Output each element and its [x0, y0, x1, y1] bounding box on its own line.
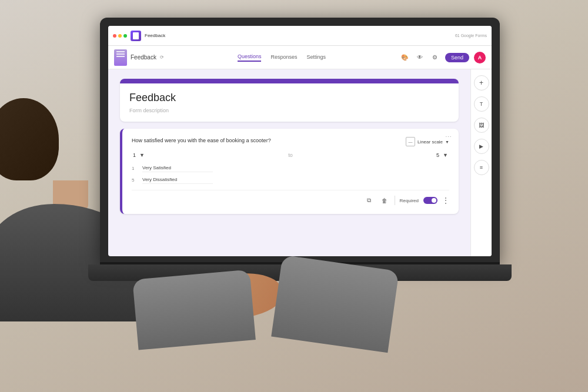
forms-logo-inner	[133, 32, 139, 39]
send-button[interactable]: Send	[445, 53, 469, 62]
scale-to-num: 5	[436, 152, 439, 158]
label-1-num: 1	[132, 166, 138, 171]
forms-main-area: Feedback Form description ⋯ How satisfie…	[108, 69, 470, 256]
forms-nav-tabs: Questions Responses Settings	[238, 53, 326, 62]
autosave-text: ⟳	[160, 55, 164, 60]
required-label: Required	[400, 198, 419, 203]
scale-label-5-row: 5	[132, 176, 449, 184]
scale-from-arrow[interactable]: ▼	[139, 152, 145, 158]
add-image-button[interactable]: 🖼	[474, 118, 489, 133]
question-card: ⋯ How satisfied were you with the ease o…	[120, 129, 459, 214]
minimize-dot[interactable]	[118, 34, 122, 38]
window-controls	[113, 34, 127, 38]
laptop-screen: Feedback 61 Google Forms Feedback ⟳ Ques…	[108, 26, 492, 256]
question-type-label: Linear scale	[417, 139, 443, 145]
label-5-num: 5	[132, 177, 138, 183]
question-type-row: — Linear scale ▼	[406, 137, 449, 146]
type-icon-symbol: —	[408, 140, 412, 144]
scale-range-row: 1 ▼ to 5 ▼	[132, 152, 449, 158]
duplicate-button[interactable]: ⧉	[364, 195, 375, 206]
scale-from-num: 1	[133, 152, 136, 158]
scale-separator: to	[148, 152, 433, 158]
question-type-icon: —	[406, 137, 415, 146]
required-toggle[interactable]	[423, 197, 437, 204]
forms-content: Feedback Form description ⋯ How satisfie…	[108, 69, 492, 256]
delete-button[interactable]: 🗑	[379, 195, 390, 206]
browser-top-bar: Feedback 61 Google Forms	[108, 26, 492, 46]
add-section-button[interactable]: ≡	[474, 160, 489, 175]
label-5-input[interactable]	[142, 176, 213, 184]
forms-file-title: Feedback	[131, 54, 156, 61]
laptop-bezel: Feedback 61 Google Forms Feedback ⟳ Ques…	[100, 18, 500, 264]
palette-button[interactable]: 🎨	[399, 52, 410, 63]
forms-header-left: Feedback ⟳	[114, 49, 164, 66]
tab-questions[interactable]: Questions	[238, 53, 262, 62]
laptop: Feedback 61 Google Forms Feedback ⟳ Ques…	[100, 18, 500, 288]
add-title-button[interactable]: T	[474, 96, 489, 112]
form-description[interactable]: Form description	[129, 108, 449, 113]
more-options-button[interactable]: ⋮	[442, 196, 449, 205]
close-dot[interactable]	[113, 34, 116, 38]
tab-responses[interactable]: Responses	[270, 54, 297, 61]
preview-button[interactable]: 👁	[415, 52, 425, 63]
add-video-button[interactable]: ▶	[474, 139, 489, 154]
scale-label-1-row: 1	[132, 164, 449, 172]
add-question-button[interactable]: +	[474, 75, 489, 91]
forms-app: Feedback 61 Google Forms Feedback ⟳ Ques…	[108, 26, 492, 256]
settings-button[interactable]: ⚙	[430, 52, 440, 63]
forms-sidebar-tools: + T 🖼 ▶ ≡	[470, 69, 492, 256]
browser-tab-title: Feedback	[145, 33, 447, 38]
forms-header-right: 🎨 👁 ⚙ Send A	[399, 52, 486, 63]
label-1-input[interactable]	[142, 164, 213, 172]
question-text[interactable]: How satisfied were you with the ease of …	[132, 137, 401, 145]
user-avatar[interactable]: A	[474, 52, 486, 63]
forms-logo	[131, 31, 141, 41]
form-title: Feedback	[129, 92, 449, 104]
question-card-bottom: ⧉ 🗑 Required ⋮	[132, 190, 449, 206]
divider	[395, 196, 395, 205]
laptop-base	[88, 264, 512, 281]
maximize-dot[interactable]	[123, 34, 127, 38]
forms-header-bar: Feedback ⟳ Questions Responses Settings …	[108, 46, 492, 69]
question-card-top: How satisfied were you with the ease of …	[132, 137, 449, 146]
card-menu-icon[interactable]: ⋯	[445, 133, 452, 141]
forms-app-icon	[114, 49, 127, 66]
tab-settings[interactable]: Settings	[306, 54, 326, 61]
scale-to-arrow[interactable]: ▼	[443, 152, 448, 158]
browser-url: 61 Google Forms	[455, 33, 487, 38]
form-header-card: Feedback Form description	[120, 79, 459, 122]
